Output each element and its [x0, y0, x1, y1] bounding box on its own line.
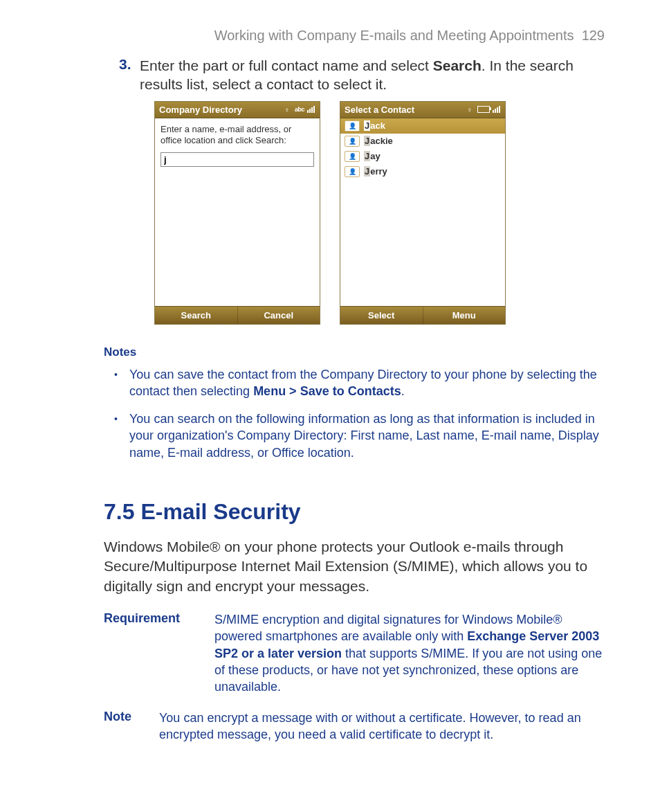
- note-text: You can encrypt a message with or withou…: [159, 710, 605, 743]
- step-text: Enter the part or full contact name and …: [140, 56, 605, 94]
- contact-name: Jack: [364, 120, 385, 131]
- note-item: • You can search on the following inform…: [114, 410, 605, 461]
- notes-heading: Notes: [104, 345, 605, 359]
- softkey-search[interactable]: Search: [155, 307, 237, 324]
- contact-card-icon: 👤: [345, 136, 360, 147]
- note-text: You can search on the following informat…: [129, 410, 605, 461]
- requirement-text: S/MIME encryption and digital signatures…: [214, 611, 605, 695]
- note-block: Note You can encrypt a message with or w…: [104, 710, 605, 743]
- battery-icon: [477, 106, 490, 113]
- profile-icon: ♀: [282, 105, 292, 114]
- contact-card-icon: 👤: [345, 151, 360, 162]
- step-number: 3.: [119, 56, 140, 94]
- softkey-select[interactable]: Select: [340, 307, 423, 324]
- bullet-icon: •: [114, 366, 129, 400]
- list-item[interactable]: 👤 Jack: [340, 118, 505, 134]
- notes-list: • You can save the contact from the Comp…: [114, 366, 605, 461]
- requirement-block: Requirement S/MIME encryption and digita…: [104, 611, 605, 695]
- contact-name: Jackie: [364, 136, 393, 146]
- list-item[interactable]: 👤 Jay: [340, 149, 505, 164]
- softkey-cancel[interactable]: Cancel: [237, 307, 320, 324]
- note-item: • You can save the contact from the Comp…: [114, 366, 605, 400]
- screenshot-row: Company Directory ♀ abc Enter a name, e-…: [55, 101, 605, 325]
- search-prompt: Enter a name, e-mail address, or office …: [161, 124, 314, 147]
- contact-card-icon: 👤: [345, 120, 360, 132]
- list-item[interactable]: 👤 Jackie: [340, 134, 505, 149]
- section-heading: 7.5 E-mail Security: [104, 499, 605, 525]
- contact-card-icon: 👤: [345, 166, 360, 177]
- bullet-icon: •: [114, 410, 129, 461]
- signal-icon: [307, 106, 315, 113]
- status-icons: ♀: [465, 105, 501, 114]
- phone-select-contact: Select a Contact ♀ 👤 Jack 👤 Jackie: [340, 101, 506, 325]
- section-paragraph: Windows Mobile® on your phone protects y…: [104, 537, 605, 596]
- input-mode-icon: abc: [295, 105, 304, 114]
- window-title: Company Directory: [159, 105, 242, 115]
- manual-page: Working with Company E-mails and Meeting…: [0, 0, 660, 784]
- requirement-label: Requirement: [104, 611, 214, 695]
- page-number: 129: [582, 28, 605, 43]
- softkey-bar: Select Menu: [340, 306, 505, 324]
- contact-name: Jay: [364, 151, 381, 161]
- phone-company-directory: Company Directory ♀ abc Enter a name, e-…: [154, 101, 320, 325]
- phone-body: 👤 Jack 👤 Jackie 👤 Jay 👤 Jerry: [340, 118, 505, 306]
- profile-icon: ♀: [465, 105, 475, 114]
- status-icons: ♀ abc: [282, 105, 315, 114]
- note-label: Note: [104, 710, 159, 743]
- list-item[interactable]: 👤 Jerry: [340, 164, 505, 179]
- chapter-title: Working with Company E-mails and Meeting…: [214, 28, 574, 43]
- softkey-menu[interactable]: Menu: [423, 307, 506, 324]
- title-bar: Company Directory ♀ abc: [155, 102, 320, 118]
- search-input[interactable]: [161, 152, 314, 167]
- softkey-bar: Search Cancel: [155, 306, 320, 324]
- title-bar: Select a Contact ♀: [340, 102, 505, 118]
- contact-name: Jerry: [364, 166, 387, 177]
- phone-body: Enter a name, e-mail address, or office …: [155, 118, 320, 306]
- window-title: Select a Contact: [345, 105, 414, 115]
- page-header: Working with Company E-mails and Meeting…: [55, 28, 605, 44]
- signal-icon: [493, 106, 501, 113]
- contact-list: 👤 Jack 👤 Jackie 👤 Jay 👤 Jerry: [340, 118, 505, 179]
- step-3: 3. Enter the part or full contact name a…: [119, 56, 605, 94]
- note-text: You can save the contact from the Compan…: [129, 366, 605, 400]
